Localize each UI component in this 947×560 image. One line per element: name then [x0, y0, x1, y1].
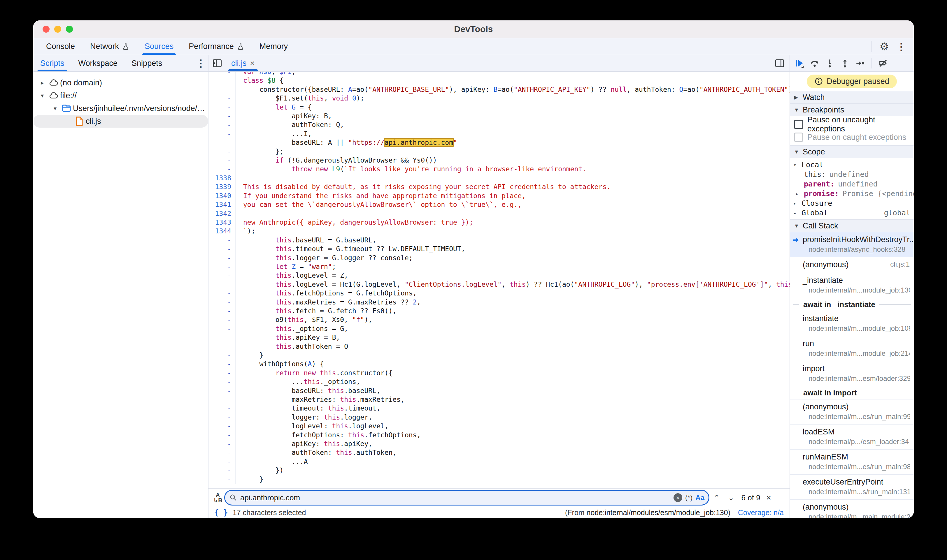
code-line[interactable]: - throw new L9(`It looks like you're run…	[208, 165, 790, 173]
code-line[interactable]: 1338	[208, 174, 790, 182]
line-gutter[interactable]: -	[208, 342, 236, 351]
code-line[interactable]: - fetchOptions: this.fetchOptions,	[208, 431, 790, 439]
code-line[interactable]: - $F1.set(this, void 0);	[208, 94, 790, 103]
watch-section-header[interactable]: ▶ Watch	[790, 91, 914, 104]
code-line[interactable]: - logLevel: this.logLevel,	[208, 422, 790, 430]
navigator-tab-scripts[interactable]: Scripts	[33, 55, 71, 71]
collapsed-arrow-icon[interactable]: ▸	[37, 79, 47, 86]
more-options-icon[interactable]: ⋮	[894, 39, 908, 54]
line-gutter[interactable]: 1339	[208, 182, 236, 191]
line-gutter[interactable]: -	[208, 236, 236, 245]
code-line[interactable]: - ...A	[208, 457, 790, 466]
collapsed-arrow-icon[interactable]: ▸	[793, 210, 802, 216]
scope-section-header[interactable]: ▼ Scope	[790, 145, 914, 158]
line-gutter[interactable]: -	[208, 120, 236, 129]
scope-group-global[interactable]: ▸Globalglobal	[790, 208, 914, 218]
code-line[interactable]: - this._options = G,	[208, 324, 790, 333]
code-line[interactable]: - this.apiKey = B,	[208, 333, 790, 342]
code-line[interactable]: - baseURL: A || "https://api.anthropic.c…	[208, 138, 790, 147]
pause-exceptions-row[interactable]: Pause on uncaught exceptions	[790, 118, 914, 131]
code-line[interactable]: - timeout: this.timeout,	[208, 404, 790, 412]
code-line[interactable]: 1341you can set the \`dangerouslyAllowBr…	[208, 200, 790, 209]
tree-item[interactable]: ▸(no domain)	[33, 76, 208, 89]
line-gutter[interactable]: -	[208, 457, 236, 466]
callstack-section-header[interactable]: ▼ Call Stack	[790, 219, 914, 232]
callstack-frame[interactable]: runMainESMnode:internal/m...es/run_main:…	[790, 449, 914, 475]
tab-network[interactable]: Network	[83, 38, 137, 55]
close-tab-icon[interactable]: ×	[250, 58, 255, 68]
line-gutter[interactable]: -	[208, 404, 236, 412]
code-line[interactable]: 1340If you understand the risks and have…	[208, 191, 790, 200]
line-gutter[interactable]: -	[208, 138, 236, 147]
code-line[interactable]: - authToken: this.authToken,	[208, 448, 790, 457]
line-gutter[interactable]: -	[208, 85, 236, 94]
line-gutter[interactable]: -	[208, 360, 236, 368]
line-gutter[interactable]: -	[208, 156, 236, 165]
code-line[interactable]: 1342	[208, 209, 790, 218]
file-tab-clijs[interactable]: cli.js ×	[227, 55, 259, 71]
coverage-link[interactable]: Coverage: n/a	[738, 508, 784, 517]
pause-exceptions-row[interactable]: Pause on caught exceptions	[790, 131, 914, 144]
code-line[interactable]: - withOptions(A) {	[208, 360, 790, 368]
code-line[interactable]: - authToken: Q,	[208, 120, 790, 129]
code-line[interactable]: - this.maxRetries = G.maxRetries ?? 2,	[208, 298, 790, 306]
line-gutter[interactable]: -	[208, 351, 236, 360]
collapsed-arrow-icon[interactable]: ▸	[793, 200, 802, 206]
line-gutter[interactable]: -	[208, 369, 236, 377]
code-line[interactable]: - this.authToken = Q	[208, 342, 790, 351]
line-gutter[interactable]: 1343	[208, 218, 236, 227]
code-line[interactable]: - constructor({baseURL: A=ao("ANTHROPIC_…	[208, 85, 790, 94]
callstack-frame[interactable]: (anonymous)cli.js:1	[790, 257, 914, 273]
scope-variable[interactable]: ▸promise:Promise {<pending>}	[790, 189, 914, 198]
line-gutter[interactable]: 1341	[208, 200, 236, 209]
tab-sources[interactable]: Sources	[137, 38, 181, 55]
expanded-arrow-icon[interactable]: ▾	[793, 162, 802, 168]
search-input[interactable]: api.anthropic.com × (*) Aa	[224, 490, 709, 506]
code-line[interactable]: - o9(this, $F1, Xs0, "f"),	[208, 315, 790, 324]
callstack-frame[interactable]: (anonymous)node:internal/m...es/run_main…	[790, 400, 914, 425]
resume-script-icon[interactable]	[793, 57, 806, 70]
collapsed-arrow-icon[interactable]: ▸	[796, 191, 804, 197]
line-gutter[interactable]: -	[208, 324, 236, 333]
code-line[interactable]: - this.logLevel = Hc1(G.logLevel, "Clien…	[208, 280, 790, 289]
code-line[interactable]: - this.fetchOptions = G.fetchOptions,	[208, 289, 790, 297]
line-gutter[interactable]: -	[208, 377, 236, 386]
line-gutter[interactable]: -	[208, 289, 236, 297]
code-line[interactable]: - return new this.constructor({	[208, 369, 790, 377]
line-gutter[interactable]: -	[208, 413, 236, 422]
deactivate-breakpoints-icon[interactable]	[876, 57, 890, 70]
line-gutter[interactable]: 1338	[208, 174, 236, 182]
line-gutter[interactable]: -	[208, 431, 236, 439]
code-line[interactable]: - if (!G.dangerouslyAllowBrowser && Ys0(…	[208, 156, 790, 165]
code-line[interactable]: - maxRetries: this.maxRetries,	[208, 395, 790, 404]
code-line[interactable]: - let G = {	[208, 103, 790, 112]
scope-group-closure[interactable]: ▸Closure	[790, 198, 914, 208]
tree-item[interactable]: ▾Users/jinhuilee/.nvm/versions/node/v2..…	[33, 102, 208, 115]
code-line[interactable]: -var Xs0, $F1;	[208, 72, 790, 76]
line-gutter[interactable]: -	[208, 466, 236, 475]
line-gutter[interactable]: -	[208, 422, 236, 430]
step-into-icon[interactable]	[823, 57, 836, 70]
pretty-print-icon[interactable]: { }	[214, 508, 228, 517]
line-gutter[interactable]: -	[208, 333, 236, 342]
tab-performance[interactable]: Performance	[181, 38, 252, 55]
code-line[interactable]: - this.timeout = G.timeout ?? Lw.DEFAULT…	[208, 245, 790, 253]
line-gutter[interactable]: -	[208, 271, 236, 280]
tab-console[interactable]: Console	[39, 38, 83, 55]
next-match-icon[interactable]: ⌄	[724, 493, 739, 502]
close-find-bar-icon[interactable]: ×	[763, 493, 774, 503]
navigator-tab-snippets[interactable]: Snippets	[125, 55, 169, 71]
code-line[interactable]: - apiKey: this.apiKey,	[208, 439, 790, 448]
line-gutter[interactable]: -	[208, 103, 236, 112]
code-line[interactable]: - ...I,	[208, 129, 790, 138]
line-gutter[interactable]: -	[208, 386, 236, 395]
code-line[interactable]: - ...this._options,	[208, 377, 790, 386]
code-line[interactable]: - this.fetch = G.fetch ?? Fs0(),	[208, 306, 790, 315]
callstack-frame[interactable]: runnode:internal/m...module_job:214	[790, 336, 914, 361]
line-gutter[interactable]: 1340	[208, 191, 236, 200]
code-line[interactable]: - let Z = "warn";	[208, 262, 790, 271]
code-editor[interactable]: -var Xs0, $F1;-class $8 {- constructor({…	[208, 72, 790, 488]
match-case-toggle[interactable]: Aa	[696, 494, 705, 502]
line-gutter[interactable]: -	[208, 475, 236, 484]
line-gutter[interactable]: -	[208, 245, 236, 253]
